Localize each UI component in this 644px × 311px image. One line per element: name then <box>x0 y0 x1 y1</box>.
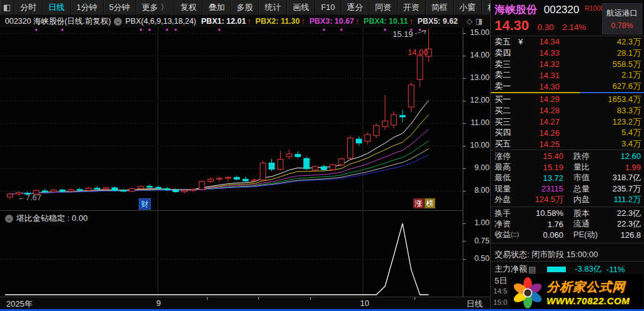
x-axis-label: 9 <box>156 298 161 308</box>
price-change-pct: 2.14% <box>562 23 586 32</box>
indicator-bar: 002320 海峡股份(日线.前复权) ⌄ PBX(4,6,9,13,18,24… <box>0 15 490 28</box>
toolbar-item-10[interactable]: F10 <box>315 0 341 14</box>
sub-indicator-text: 堪比金钻稳定 : 0.00 <box>16 213 88 224</box>
collapse-icon[interactable]: ⌄ <box>5 215 13 223</box>
main-force-pct: -11% <box>606 265 625 274</box>
toolbar-item-3[interactable]: 5分钟 <box>104 0 136 14</box>
rank-badge-bang[interactable]: 榜 <box>425 198 435 208</box>
sell-order-row-4[interactable]: 卖二14.312.1万 <box>491 69 644 81</box>
toolbar-item-4[interactable]: 更多 〉 <box>136 0 175 14</box>
stock-name-row: 海峡股份 002320 R1000 <box>495 3 604 17</box>
pbx-value-4: PBX4: 10.11 <box>364 17 408 26</box>
toolbar-item-0[interactable]: 分时 <box>14 0 43 14</box>
pbx-value-2: PBX2: 11.30 <box>256 17 300 26</box>
price-row: 14.30 0.30 2.14% <box>495 18 586 34</box>
sell-order-row-2[interactable]: 卖四14.3328.1万 <box>491 48 644 59</box>
x-axis-tick <box>207 297 208 300</box>
stat-row: 外盘124.5万内盘111.2万 <box>491 195 644 205</box>
start-low-annotation: ←7.67 <box>18 193 41 202</box>
watermark-site-name: 分析家公式网 <box>546 278 630 295</box>
sub-indicator-title: ⌄ 堪比金钻稳定 : 0.00 <box>5 213 88 224</box>
stock-title: 002320 海峡股份(日线.前复权) <box>5 16 111 27</box>
stock-code: 002320 <box>544 4 580 16</box>
stat-row: 最高15.19量比1.99 <box>491 161 644 172</box>
finance-news-badge[interactable]: 财 <box>139 198 151 210</box>
stats-block-2: 换手10.58%股本22.3亿净资1.76流通22.3亿收益㈡0.060PE(动… <box>491 208 644 240</box>
buy-order-row-1[interactable]: 买一14.291653.4万 <box>491 94 644 105</box>
buy-order-row-3[interactable]: 买三14.27123.2万 <box>491 116 644 128</box>
sub-axis-label: 0.75 <box>463 237 490 245</box>
stat-row: 净资1.76流通22.3亿 <box>491 218 644 229</box>
diamond-icon[interactable]: ◇ <box>466 17 472 26</box>
toolbar-item-1[interactable]: 日线 <box>43 0 71 14</box>
pbx-arrow-3: ↑ <box>355 17 359 26</box>
toolbar: ◧分时日线1分钟5分钟更多 〉复权叠加多股统计画线F10逐分同资开资简框小窗标记… <box>0 0 490 15</box>
toolbar-item-14[interactable]: 简框 <box>426 0 454 14</box>
toolbar-item-15[interactable]: 小窗 <box>454 0 482 14</box>
bid-ask-ratio-bar <box>491 92 644 93</box>
stat-row: 涨停15.40跌停12.60 <box>491 151 644 161</box>
price-axis-label: 9.00 <box>463 163 490 172</box>
buy-order-row-4[interactable]: 买四14.265.4万 <box>491 127 644 138</box>
rank-badge-zhang[interactable]: 涨 <box>413 198 424 208</box>
toolbar-item-12[interactable]: 同资 <box>370 0 398 14</box>
industry-box[interactable]: 航运港口 0.78% <box>602 3 642 34</box>
x-axis-label: 2025年 <box>6 298 33 310</box>
window-mode-icon[interactable]: ◧ <box>0 0 14 14</box>
sell-orders: 卖五¥14.3442.3万卖四14.3328.1万卖三14.32558.5万卖二… <box>491 36 644 92</box>
candlestick-chart[interactable] <box>0 28 490 297</box>
buy-orders: 买一14.291653.4万买二14.2883.3万买三14.27123.2万买… <box>491 94 644 150</box>
price-change: 0.30 <box>538 23 554 32</box>
sell-order-row-5[interactable]: 卖一14.30627.6万 <box>491 81 644 92</box>
toolbar-item-9[interactable]: 画线 <box>287 0 315 14</box>
pbx-arrow-4: ↑ <box>409 17 413 26</box>
main-force-row: 主力净额 ▤ -3.83亿 -11% <box>495 263 641 275</box>
toolbar-item-8[interactable]: 统计 <box>259 0 287 14</box>
list-icon[interactable]: ▤ <box>528 265 536 274</box>
main-force-value: -3.83亿 <box>575 263 601 275</box>
pbx-value-5: PBX5: 9.62 <box>418 17 458 26</box>
main-force-bar <box>547 267 566 272</box>
price-axis-label: 10.00 <box>463 141 490 150</box>
buy-order-row-5[interactable]: 买五14.253.4万 <box>491 138 644 150</box>
trade-status: 交易状态: 闭市阶段 15:00:00 <box>495 249 598 260</box>
watermark: 分析家公式网 WWW.70822.COM <box>510 274 643 310</box>
watermark-url: WWW.70822.COM <box>546 295 630 306</box>
time-label-2: 15:0 <box>493 298 507 306</box>
toolbar-item-11[interactable]: 逐分 <box>341 0 370 14</box>
toolbar-item-2[interactable]: 1分钟 <box>71 0 103 14</box>
x-axis-tick <box>310 297 311 300</box>
toolbar-item-13[interactable]: 开资 <box>398 0 426 14</box>
pbx-arrow-2: ↑ <box>301 17 304 26</box>
buy-order-row-2[interactable]: 买二14.2883.3万 <box>491 105 644 116</box>
sub-axis-label: 1.00 <box>463 218 490 227</box>
toolbar-item-6[interactable]: 叠加 <box>203 0 231 14</box>
sell-order-row-1[interactable]: 卖五¥14.3442.3万 <box>491 36 644 48</box>
price-axis-label: 8.00 <box>463 186 490 195</box>
industry-change: 0.78% <box>603 21 641 30</box>
toolbar-item-7[interactable]: 多股 <box>231 0 259 14</box>
pbx-value-3: PBX3: 10.67 <box>309 17 355 26</box>
stock-name: 海峡股份 <box>495 4 537 16</box>
sell-order-row-3[interactable]: 卖三14.32558.5万 <box>491 59 644 70</box>
period-label: 日线 <box>466 298 483 310</box>
panel-toggle-icon[interactable]: ◨ <box>476 17 483 26</box>
pbx-values: PBX1: 12.01↑PBX2: 11.30↑PBX3: 10.67↑PBX4… <box>201 17 464 26</box>
x-axis-tick <box>258 297 259 300</box>
stat-row: 收益㈡0.060PE(动)126.8 <box>491 230 644 240</box>
x-axis-label: 10 <box>360 298 369 308</box>
stat-row: 最低13.72市值318.7亿 <box>491 173 644 183</box>
x-axis-tick <box>415 297 415 300</box>
industry-name: 航运港口 <box>603 8 641 19</box>
sub-axis-label: 0.50 <box>463 254 490 263</box>
pbx-value-1: PBX1: 12.01 <box>201 17 246 26</box>
toolbar-item-5[interactable]: 复权 <box>174 0 203 14</box>
chevron-down-icon[interactable]: ⌄ <box>114 18 122 26</box>
price-axis-label: 14.00 <box>463 51 490 59</box>
price-axis-label: 15.00 <box>463 28 490 37</box>
indicator-formula: PBX(4,6,9,13,18,24) <box>125 17 196 26</box>
x-axis: 日线 2025年910 <box>0 297 490 310</box>
price-axis-label: 12.00 <box>463 96 490 105</box>
stats-block-1: 涨停15.40跌停12.60最高15.19量比1.99最低13.72市值318.… <box>491 151 644 205</box>
main-force-label: 主力净额 <box>495 263 527 275</box>
